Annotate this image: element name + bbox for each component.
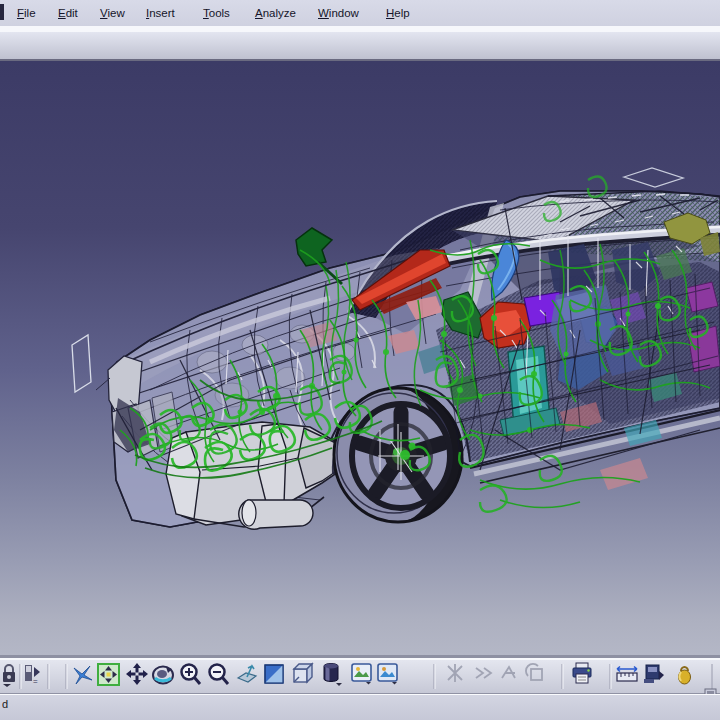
svg-text:=: = xyxy=(33,677,38,686)
